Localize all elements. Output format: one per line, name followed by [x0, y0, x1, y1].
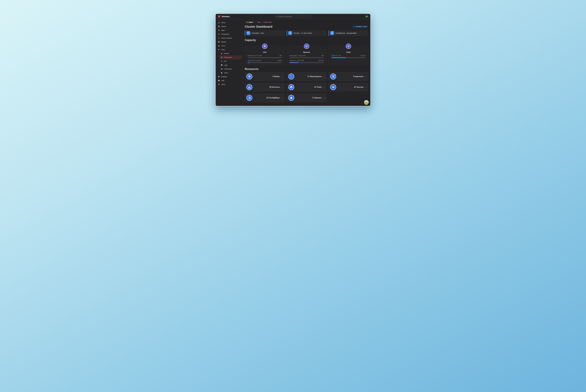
- sidebar-item-label: Search engines: [221, 37, 232, 39]
- sidebar-item-medias[interactable]: Medias: [217, 40, 242, 44]
- capacity-used-row: Used 0.25 / 5 Cores 4.94%: [248, 60, 282, 63]
- search-icon: [218, 37, 220, 39]
- sidebar-item-apps[interactable]: Apps: [217, 28, 242, 32]
- arrow-right-icon: →: [281, 76, 283, 78]
- resource-card-label: 47 Secrets: [354, 86, 363, 88]
- sidebar-item-tools[interactable]: Tools: [217, 48, 242, 52]
- sidebar-item-certificates[interactable]: Certificates: [220, 67, 242, 71]
- progress-bar: [289, 57, 324, 58]
- cpu-icon: [262, 44, 267, 49]
- progress-bar: [248, 57, 282, 58]
- sidebar-item-tasks[interactable]: Tasks: [220, 71, 242, 75]
- resource-card-pods[interactable]: 47 Pods →: [287, 83, 327, 92]
- breadcrumb-link-kubernetes[interactable]: Kubernetes: [264, 21, 272, 23]
- sidebar-item-about[interactable]: About: [217, 82, 242, 86]
- k8s-pods-icon: [288, 84, 294, 90]
- sidebar-item-help[interactable]: Help: [217, 78, 242, 82]
- capacity-heading: Capacity: [245, 38, 368, 42]
- sidebar-item-docker[interactable]: Docker: [220, 52, 242, 56]
- cube-icon: [346, 44, 351, 49]
- capacity-row: CPU Reserved 0 / 5 Cores 0% Used 0.25 / …: [245, 46, 368, 65]
- capacity-card-pods: Pods Used 47 / 110 42.73%: [328, 46, 368, 65]
- help-circle-icon: [218, 80, 220, 82]
- cluster-badge-label: MANDO-1-DEV: [356, 26, 367, 28]
- user-icon: [218, 45, 220, 47]
- photo-icon: [218, 41, 220, 43]
- sidebar-item-search-engines[interactable]: Search engines: [217, 36, 242, 40]
- app-window: Homarr OD Home Boards Apps Integr: [215, 14, 371, 106]
- apps-box-icon: [218, 29, 220, 31]
- search-icon: [276, 16, 277, 17]
- resource-card-label: 29 Services: [269, 86, 280, 88]
- sidebar-item-label: Home: [221, 22, 225, 24]
- info-card-label: Providers : k3s: [252, 32, 264, 34]
- avatar[interactable]: OD: [365, 15, 368, 18]
- app-header: Homarr OD: [216, 14, 370, 19]
- resources-heading: Resources: [245, 68, 368, 71]
- resource-card-ingresses[interactable]: 2 Ingresses →: [328, 72, 368, 81]
- sidebar-item-label: Medias: [221, 41, 226, 43]
- resource-card-nodes[interactable]: 1 Nodes →: [245, 72, 285, 81]
- progress-bar: [331, 57, 366, 58]
- arrow-right-icon: →: [323, 97, 325, 99]
- capacity-reserved-row: Reserved 0 / 5 Cores 0%: [248, 55, 282, 58]
- breadcrumb: Home / Tools / Kubernetes: [245, 21, 368, 24]
- sidebar-item-integrations[interactable]: Integrations: [217, 32, 242, 36]
- resource-card-secrets[interactable]: 47 Secrets →: [328, 83, 368, 92]
- resource-card-label: 33 ConfigMaps: [266, 97, 280, 99]
- sidebar-item-boards[interactable]: Boards: [217, 24, 242, 28]
- pointer-icon: [218, 48, 220, 50]
- capacity-card-memory: Memory Reserved 0 / 19.07 GiB 0% Used 4.…: [287, 46, 327, 65]
- tag-icon: [353, 26, 355, 28]
- capacity-reserved-row: Reserved 0 / 19.07 GiB 0%: [289, 55, 324, 58]
- sidebar-item-label: Help: [221, 80, 224, 82]
- versions-icon: [288, 31, 292, 35]
- k8s-services-icon: [246, 84, 253, 90]
- cluster-badge: MANDO-1-DEV: [352, 25, 368, 28]
- capacity-row-percent: 0%: [280, 55, 282, 56]
- resource-card-label: 1 Nodes: [272, 76, 280, 78]
- capacity-row-percent: 0%: [321, 55, 324, 56]
- resources-grid: 1 Nodes → 17 Namespaces → 2 Ingresses →: [245, 72, 368, 102]
- search-input[interactable]: [274, 15, 312, 18]
- global-search: [274, 15, 312, 18]
- sidebar-item-label: Kubernetes: [224, 56, 232, 58]
- sidebar-item-kubernetes[interactable]: Kubernetes: [220, 56, 242, 59]
- tropical-island-icon[interactable]: [364, 100, 369, 105]
- resource-card-volumes[interactable]: 2 Volumes →: [287, 94, 327, 102]
- sidebar: Home Boards Apps Integrations Search eng…: [216, 19, 243, 106]
- terminal-icon: [221, 64, 223, 66]
- breadcrumb-link-tools[interactable]: Tools: [257, 21, 261, 23]
- breadcrumb-home[interactable]: Home: [245, 21, 254, 24]
- capacity-card-cpu: CPU Reserved 0 / 5 Cores 0% Used 0.25 / …: [245, 46, 285, 65]
- architecture-compass-icon: [330, 31, 334, 35]
- chevron-right-icon: [239, 45, 241, 46]
- resource-card-namespaces[interactable]: 17 Namespaces →: [287, 72, 327, 81]
- gear-icon: [218, 76, 220, 78]
- boards-icon: [218, 26, 220, 28]
- k8s-ingresses-icon: [330, 73, 336, 80]
- capacity-row-label: Used 0.25 / 5 Cores: [248, 60, 261, 62]
- home-icon: [246, 22, 248, 23]
- k8s-secrets-icon: [330, 84, 336, 90]
- sidebar-item-logs[interactable]: Logs: [220, 63, 242, 67]
- sidebar-item-home[interactable]: Home: [217, 20, 242, 24]
- sidebar-item-users[interactable]: Users: [217, 44, 242, 48]
- progress-bar: [248, 62, 282, 63]
- signpost-icon: [221, 60, 223, 62]
- capacity-card-title: CPU: [248, 51, 282, 53]
- resource-card-configmaps[interactable]: 33 ConfigMaps →: [245, 94, 285, 102]
- sidebar-item-label: About: [221, 84, 225, 85]
- sidebar-item-api[interactable]: API: [220, 59, 242, 63]
- main-content: Home / Tools / Kubernetes Cluster Dashbo…: [243, 19, 370, 106]
- arrow-right-icon: →: [364, 86, 366, 88]
- homarr-mark-icon: [218, 84, 220, 86]
- breadcrumb-home-label: Home: [249, 21, 253, 23]
- docker-whale-icon: [221, 52, 223, 54]
- sidebar-item-settings[interactable]: Settings: [217, 75, 242, 78]
- resource-card-services[interactable]: 29 Services →: [245, 83, 285, 92]
- sidebar-item-label: Settings: [221, 76, 227, 78]
- arrow-right-icon: →: [364, 76, 366, 78]
- info-card-label: Version : v1.30.2+k3s1: [294, 32, 312, 34]
- home-icon: [218, 22, 220, 24]
